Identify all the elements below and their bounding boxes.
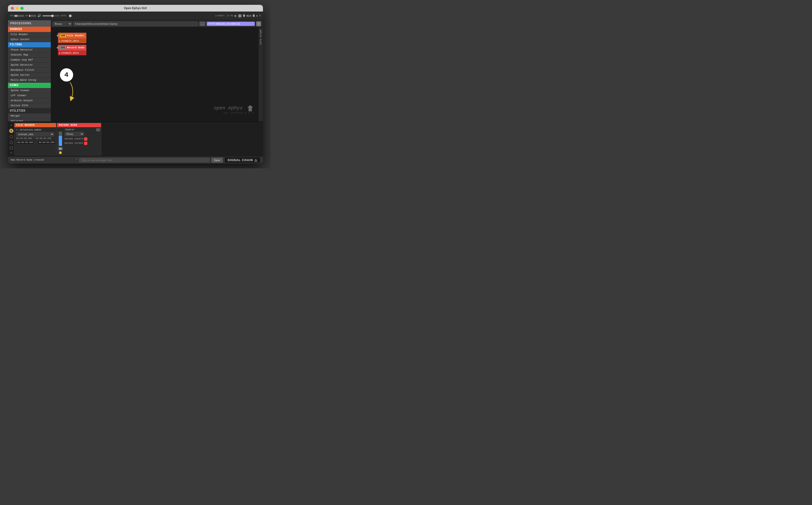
- main-toolbar: CPU DF 🔊 GATE: LATENCY: 23 MS ▶ 0 min 0 …: [8, 12, 263, 20]
- save-button[interactable]: Save: [212, 158, 223, 163]
- close-button[interactable]: [11, 7, 14, 10]
- sidebar-item-splitter[interactable]: Splitter: [8, 119, 51, 122]
- content-wrapper: Binary ... ✓ 100 File Reader: [51, 20, 263, 122]
- rn-record-spikes-row: RECORD SPIKES: [64, 141, 101, 146]
- volume-thumb: [51, 15, 54, 17]
- volume-fill: [42, 15, 52, 16]
- sinks-header: SINKS: [8, 83, 51, 88]
- graph-canvas: 100 File Reader ▶ example_data 101: [51, 27, 259, 122]
- sources-header: SOURCES: [8, 27, 51, 32]
- sidebar-item-ephys-socket[interactable]: Ephys Socket: [8, 37, 51, 42]
- rn-record-spikes-toggle[interactable]: [84, 142, 87, 145]
- latency-label: LATENCY: 23 MS: [215, 15, 233, 17]
- file-reader-panel-header: FILE READER: [14, 123, 56, 127]
- node1-sublabel: example_data: [61, 40, 79, 42]
- panel-a-button[interactable]: A: [9, 129, 13, 133]
- filename-input[interactable]: [207, 22, 255, 26]
- record-button[interactable]: [238, 14, 242, 18]
- gate-knob[interactable]: [69, 14, 72, 17]
- df-bar: [29, 15, 36, 17]
- watermark-title: open ephys: [214, 105, 254, 112]
- status-chevron-icon: ⌃: [76, 158, 77, 162]
- maximize-button[interactable]: [20, 7, 24, 10]
- speaker-icon[interactable]: 🔊: [37, 14, 41, 18]
- rn-content: ▮▮ /Users/ ... Binary: [57, 127, 101, 155]
- window-controls[interactable]: [11, 7, 24, 10]
- fr-current-time: 00:00:00.000 / 00:00:06.999: [16, 137, 51, 140]
- node2-connector: [57, 46, 59, 49]
- cpu-fill: [14, 15, 17, 17]
- sidebar-item-lfp-viewer[interactable]: LFP Viewer: [8, 93, 51, 98]
- rn-record-events-row: RECORD EVENTS: [64, 137, 101, 141]
- titlebar: Open Ephys GUI: [8, 5, 263, 12]
- rn-path-row: /Users/ ...: [64, 127, 101, 131]
- fr-time-end[interactable]: 00:00:06.999: [37, 141, 55, 145]
- sidebar-item-phase-detector[interactable]: Phase Detector: [8, 47, 51, 52]
- sidebar-item-spike-viewer[interactable]: Spike Viewer: [8, 88, 51, 93]
- cpu-meter: CPU: [10, 15, 24, 17]
- rn-browse-button[interactable]: ...: [96, 128, 100, 131]
- panel-arrow-down[interactable]: ▼: [10, 152, 12, 154]
- sidebar-item-online-psth[interactable]: Online PSTH: [8, 103, 51, 108]
- rn-level-slider[interactable]: [59, 132, 62, 146]
- format-select[interactable]: Binary: [53, 21, 72, 26]
- path-input[interactable]: [74, 22, 198, 26]
- info-panel-text: Info Graph: [260, 29, 262, 45]
- fr-time-range: 00:00:00.000 - 00:00:06.999: [16, 141, 54, 145]
- graph-node-record-node[interactable]: 101 Record Node ▶ example_data: [58, 45, 87, 55]
- sidebar-item-spike-sorter[interactable]: Spike Sorter: [8, 72, 51, 78]
- sidebar-item-channel-map[interactable]: Channel Map: [8, 52, 51, 57]
- panel-arrow-up[interactable]: ▲: [10, 124, 12, 127]
- df-fill: [29, 15, 30, 17]
- sidebar-item-file-reader[interactable]: File Reader: [8, 32, 51, 37]
- time-seconds: 0: [253, 14, 255, 18]
- filename-confirm-button[interactable]: ✓: [256, 21, 261, 26]
- graph-node-file-reader[interactable]: 100 File Reader ▶ example_data: [58, 33, 87, 43]
- rn-record-spikes-label: RECORD SPIKES: [65, 142, 83, 145]
- record-node-panel: RECORD NODE ▮▮ /Users/ ...: [57, 123, 101, 155]
- browse-button[interactable]: ...: [199, 22, 205, 26]
- fr-time-start[interactable]: 00:00:00.000: [16, 141, 34, 145]
- rn-format-select[interactable]: Binary: [65, 132, 84, 136]
- time-minutes: 0: [243, 14, 245, 18]
- fr-folder-select[interactable]: example_data: [16, 132, 54, 136]
- sidebar-item-arduino-output[interactable]: Arduino Output: [8, 98, 51, 103]
- filters-header: FILTERS: [8, 42, 51, 47]
- node1-connector: [57, 34, 59, 37]
- node2-sublabel: example_data: [61, 52, 79, 54]
- rn-record-events-toggle[interactable]: [84, 137, 87, 141]
- sidebar: PROCESSORS SOURCES File Reader Ephys Soc…: [8, 20, 51, 122]
- panel-circle-1: [10, 135, 13, 139]
- sidebar-item-merger[interactable]: Merger: [8, 114, 51, 119]
- play-button[interactable]: ▶: [235, 14, 237, 18]
- file-reader-panel-body: F: structure.oebin example_data 00:00:00…: [14, 127, 56, 146]
- rn-right-controls: /Users/ ... Binary RECORD EVENTS: [64, 127, 101, 155]
- sidebar-item-common-avg-ref[interactable]: Common Avg Ref: [8, 57, 51, 62]
- minimize-button[interactable]: [16, 7, 19, 10]
- cpu-bar: [14, 15, 24, 17]
- signal-chain-icon: △: [255, 158, 257, 162]
- fr-time-display: 00:00:00.000 / 00:00:06.999: [16, 137, 54, 140]
- rn-record-events-label: RECORD EVENTS: [65, 138, 83, 140]
- rn-pause-button[interactable]: ▮▮: [58, 147, 63, 150]
- sidebar-item-bandpass-filter[interactable]: Bandpass Filter: [8, 67, 51, 72]
- annotation-arrow: [63, 82, 77, 102]
- cpu-label: CPU: [10, 15, 14, 17]
- fr-folder-row: example_data: [16, 132, 54, 136]
- signal-chain-button[interactable]: SIGNAL CHAIN △: [225, 157, 260, 163]
- df-meter: DF: [25, 15, 36, 17]
- ephys-logo-icon: [247, 105, 254, 112]
- status-message: New Record Node created: [11, 159, 74, 161]
- node1-label: File Reader: [67, 34, 85, 37]
- sidebar-item-multiband-integ[interactable]: Multi-Band Integ: [8, 78, 51, 83]
- gate-label: GATE:: [61, 15, 67, 17]
- message-input[interactable]: [79, 158, 209, 162]
- sidebar-item-spike-detector[interactable]: Spike Detector: [8, 62, 51, 67]
- main-area: PROCESSORS SOURCES File Reader Ephys Soc…: [8, 20, 263, 122]
- volume-slider[interactable]: [42, 15, 59, 16]
- time-dropdown-icon[interactable]: ▽: [259, 14, 261, 18]
- panel-circle-2: [10, 141, 13, 144]
- info-panel: Info Graph: [259, 27, 263, 122]
- node2-label: Record Node: [67, 46, 85, 49]
- rn-left-controls: ▮▮: [57, 127, 64, 155]
